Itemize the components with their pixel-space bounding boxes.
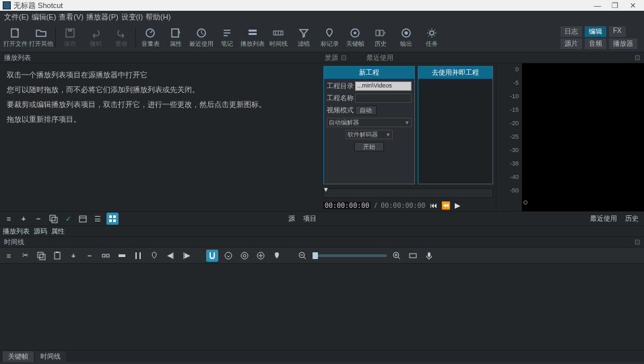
tb-history[interactable]: 历史 bbox=[368, 24, 393, 51]
record-icon[interactable] bbox=[423, 250, 435, 262]
tb-properties[interactable]: 属性 bbox=[163, 24, 189, 51]
tb-jobs[interactable]: 任务 bbox=[419, 24, 445, 51]
copy-icon[interactable] bbox=[47, 213, 59, 225]
minimize-button[interactable]: — bbox=[589, 1, 606, 9]
recent-tab[interactable]: 最近使用 bbox=[587, 214, 620, 223]
help-text: 双击一个播放列表项目在源播放器中打开它 bbox=[7, 69, 314, 81]
menu-edit[interactable]: 编辑(E) bbox=[32, 12, 57, 22]
project-name-input[interactable] bbox=[355, 94, 412, 103]
playlist-panel-header: 播放列表 bbox=[0, 52, 321, 63]
menu-settings[interactable]: 设变(I) bbox=[121, 12, 143, 22]
tb-undo[interactable]: 撤销 bbox=[83, 24, 108, 51]
tb-open-other[interactable]: 打开其他 bbox=[28, 24, 54, 51]
window-title: 无标题 Shotcut bbox=[13, 1, 589, 11]
zoom-slider[interactable] bbox=[313, 254, 387, 257]
ripple-all-icon[interactable] bbox=[238, 250, 251, 262]
tb-notes[interactable]: 笔记 bbox=[214, 24, 240, 51]
overwrite-icon[interactable] bbox=[116, 250, 128, 262]
timeline-tab[interactable]: 时间线 bbox=[35, 351, 66, 362]
project-dir-input[interactable]: ...min\Videos bbox=[355, 81, 412, 91]
tb-redo[interactable]: 重做 bbox=[108, 24, 134, 51]
snap-icon[interactable] bbox=[206, 250, 218, 262]
tab-fx[interactable]: FX bbox=[609, 26, 626, 37]
codec-dropdown[interactable]: 自动编解器 ▾ bbox=[327, 118, 412, 127]
tb-peak-meter[interactable]: 音量表 bbox=[137, 24, 163, 51]
source-tab[interactable]: 源 bbox=[286, 214, 298, 223]
copy-icon[interactable] bbox=[35, 250, 47, 262]
remove-icon[interactable]: − bbox=[84, 250, 96, 262]
close-icon[interactable]: ⊡ bbox=[635, 54, 640, 61]
close-icon[interactable]: ⊡ bbox=[341, 54, 346, 61]
tb-open-file[interactable]: 打开文件 bbox=[3, 24, 28, 51]
add-icon[interactable]: + bbox=[18, 213, 30, 225]
menu-icon[interactable]: ≡ bbox=[3, 213, 15, 225]
prev-edit-icon[interactable]: ◀| bbox=[164, 250, 176, 262]
properties-tab[interactable]: 属性 bbox=[51, 227, 65, 236]
tab-log[interactable]: 日志 bbox=[560, 26, 582, 37]
scope-panel-header: ⊡ bbox=[496, 52, 644, 63]
tb-timeline[interactable]: 时间线 bbox=[265, 24, 291, 51]
project-name-label: 工程名称 bbox=[327, 94, 354, 103]
project-tab[interactable]: 项目 bbox=[300, 214, 319, 223]
zoom-out-icon[interactable] bbox=[296, 250, 309, 262]
close-icon[interactable]: ⊡ bbox=[635, 238, 640, 246]
separator: / bbox=[375, 201, 377, 209]
tab-source[interactable]: 源片 bbox=[560, 38, 582, 49]
video-mode-button[interactable]: 自动 bbox=[355, 106, 377, 115]
source-tab[interactable]: 源码 bbox=[34, 227, 47, 236]
menu-icon[interactable]: ≡ bbox=[3, 250, 15, 262]
calendar-icon[interactable] bbox=[77, 213, 89, 225]
svg-rect-28 bbox=[106, 254, 109, 257]
start-button[interactable]: 开始 bbox=[354, 142, 384, 151]
undo-icon bbox=[90, 27, 102, 39]
svg-rect-7 bbox=[249, 33, 257, 35]
skip-prev-button[interactable]: ⏮ bbox=[430, 201, 437, 209]
tab-audio[interactable]: 音频 bbox=[585, 38, 606, 49]
close-button[interactable]: ✕ bbox=[624, 1, 641, 10]
split-icon[interactable] bbox=[132, 250, 144, 262]
scrub-icon[interactable] bbox=[271, 250, 283, 262]
marker-icon[interactable] bbox=[148, 250, 160, 262]
maximize-button[interactable]: ❐ bbox=[606, 1, 624, 10]
export-icon bbox=[400, 27, 412, 39]
remove-icon[interactable]: − bbox=[32, 213, 44, 225]
tb-markers[interactable]: 标记录 bbox=[317, 24, 342, 51]
menu-player[interactable]: 播放器(P) bbox=[86, 12, 119, 22]
ripple-markers-icon[interactable] bbox=[255, 250, 267, 262]
grid-view-icon[interactable] bbox=[106, 213, 119, 225]
keyframes-tab[interactable]: 关键帧 bbox=[3, 351, 34, 362]
svg-rect-37 bbox=[428, 252, 430, 257]
tb-export[interactable]: 输出 bbox=[393, 24, 419, 51]
slider-knob[interactable] bbox=[313, 252, 318, 259]
tb-filters[interactable]: 滤镜 bbox=[291, 24, 317, 51]
tb-recent[interactable]: 最近使用 bbox=[189, 24, 214, 51]
history-tab[interactable]: 历史 bbox=[622, 214, 641, 223]
svg-rect-2 bbox=[68, 29, 72, 32]
check-icon[interactable]: ✓ bbox=[62, 213, 74, 225]
menu-file[interactable]: 文件(E) bbox=[4, 12, 29, 22]
tb-playlist[interactable]: 播放列表 bbox=[240, 24, 265, 51]
seek-track[interactable]: ▾ bbox=[323, 188, 493, 198]
svg-point-32 bbox=[243, 254, 246, 257]
menu-view[interactable]: 查看(V) bbox=[59, 12, 84, 22]
decoder-dropdown[interactable]: 软件解码器 ▾ bbox=[346, 130, 393, 139]
tab-edit[interactable]: 编辑 bbox=[585, 26, 606, 37]
add-icon[interactable]: + bbox=[67, 250, 79, 262]
next-edit-icon[interactable]: |▶ bbox=[181, 250, 193, 262]
ripple-icon[interactable] bbox=[222, 250, 234, 262]
timeline-tracks[interactable] bbox=[0, 264, 644, 350]
timecode-display[interactable]: 00:00:00:00 bbox=[323, 202, 371, 209]
playlist-tab[interactable]: 播放列表 bbox=[3, 227, 30, 236]
zoom-in-icon[interactable] bbox=[391, 250, 403, 262]
list-view-icon[interactable]: ☰ bbox=[92, 213, 104, 225]
cut-icon[interactable]: ✂ bbox=[19, 250, 31, 262]
menu-help[interactable]: 帮助(H) bbox=[146, 12, 170, 22]
tb-keyframes[interactable]: 关键帧 bbox=[342, 24, 368, 51]
lift-icon[interactable] bbox=[100, 250, 112, 262]
tb-save[interactable]: 保存 bbox=[57, 24, 83, 51]
tab-player[interactable]: 播放器 bbox=[609, 38, 637, 49]
play-button[interactable]: ▶ bbox=[455, 201, 460, 210]
paste-icon[interactable] bbox=[51, 250, 63, 262]
rewind-button[interactable]: ⏪ bbox=[441, 201, 451, 210]
zoom-fit-icon[interactable] bbox=[407, 250, 419, 262]
